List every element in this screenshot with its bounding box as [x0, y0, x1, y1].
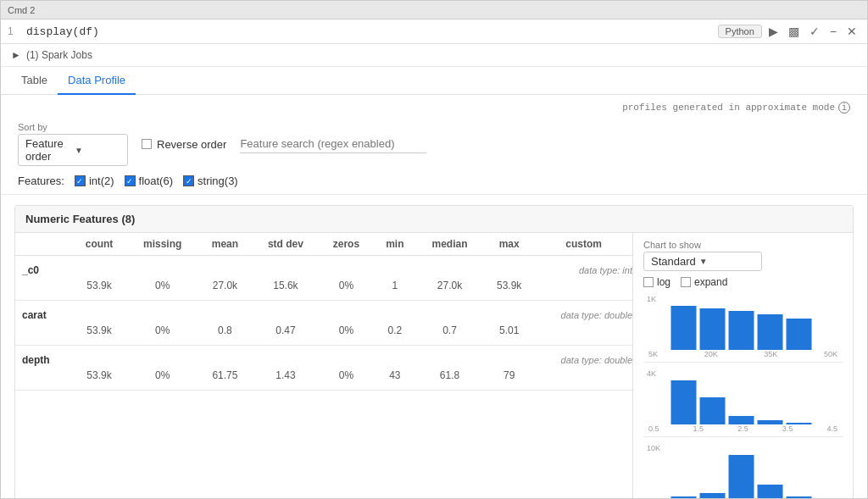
cell-zeros: 0%: [319, 278, 373, 301]
sort-chevron-icon: ▼: [75, 146, 120, 155]
feature-name: carat: [15, 301, 71, 324]
cell-min: 43: [374, 368, 417, 391]
svg-rect-6: [700, 397, 726, 424]
col-mean: mean: [198, 233, 252, 256]
cell-count: 53.9k: [71, 278, 127, 301]
cell-max: 53.9k: [483, 278, 536, 301]
cell-median: 27.0k: [416, 278, 483, 301]
cell-code: display(df): [26, 25, 713, 38]
x-label: 0.5: [648, 424, 659, 433]
spark-jobs-bar: ► (1) Spark Jobs: [1, 44, 867, 67]
svg-rect-14: [787, 496, 812, 499]
log-checkbox[interactable]: log: [643, 276, 670, 288]
cell-missing: 0%: [127, 368, 198, 391]
reverse-order-checkbox[interactable]: Reverse order: [142, 138, 226, 151]
cell-stddev: 1.43: [253, 368, 320, 391]
cell-mean: 0.8: [198, 323, 252, 346]
x-axis-labels: 5K20K35K50K: [647, 350, 839, 358]
chart-icon[interactable]: ▩: [785, 23, 803, 40]
table-row: 53.9k 0% 61.75 1.43 0% 43 61.8 79: [15, 368, 632, 391]
expand-checkbox[interactable]: expand: [681, 276, 727, 288]
svg-rect-1: [700, 308, 726, 350]
profiles-header: profiles generated in approximate mode i: [1, 95, 867, 117]
sort-value: Feature order: [25, 137, 71, 163]
x-label: 5K: [648, 350, 658, 358]
log-label: log: [657, 276, 670, 288]
svg-rect-7: [729, 416, 754, 424]
mini-chart: 4K 0.51.52.53.54.5: [643, 363, 843, 437]
col-max: max: [483, 233, 536, 256]
cell-missing: 0%: [127, 278, 198, 301]
sort-group: Sort by Feature order ▼: [18, 122, 128, 166]
run-button[interactable]: ▶: [765, 23, 782, 40]
feature-search-input[interactable]: [240, 135, 426, 153]
numeric-features-section: Numeric Features (8) count missing mean …: [14, 205, 854, 498]
col-empty: [15, 233, 71, 256]
data-type: data type: double: [535, 346, 632, 369]
section-layout: count missing mean std dev zeros min med…: [15, 233, 853, 498]
cell-median: 0.7: [416, 323, 483, 346]
x-label: 50K: [824, 350, 837, 358]
log-check-box: [643, 277, 654, 287]
cell-count: 53.9k: [71, 323, 127, 346]
col-count: count: [71, 233, 127, 256]
svg-rect-2: [729, 311, 754, 350]
tab-data-profile[interactable]: Data Profile: [58, 67, 136, 95]
cell-toolbar: 1 display(df) Python ▶ ▩ ✓ − ✕: [1, 19, 867, 44]
feature-name: depth: [15, 346, 71, 369]
col-missing: missing: [127, 233, 198, 256]
x-label: 20K: [704, 350, 718, 358]
chart-options: log expand: [643, 276, 843, 288]
feature-name: _c0: [15, 256, 71, 279]
sort-by-label: Sort by: [18, 122, 128, 132]
svg-rect-0: [671, 306, 697, 350]
string-label: string(3): [198, 175, 238, 187]
cell-stddev: 0.47: [253, 323, 320, 346]
chart-type-select[interactable]: Standard ▼: [643, 252, 762, 271]
cell-max: 5.01: [483, 323, 536, 346]
tabs-bar: Table Data Profile: [1, 67, 867, 95]
cell-zeros: 0%: [319, 323, 373, 346]
svg-rect-3: [758, 314, 783, 350]
x-axis-labels: 0.51.52.53.54.5: [647, 424, 839, 433]
svg-rect-5: [671, 380, 697, 424]
int-check-icon: [75, 175, 86, 186]
chart-sidebar: Chart to show Standard ▼ log expand: [632, 233, 853, 498]
main-window: Cmd 2 1 display(df) Python ▶ ▩ ✓ − ✕ ► (…: [0, 0, 868, 499]
feature-float-checkbox[interactable]: float(6): [125, 175, 173, 187]
float-check-icon: [125, 175, 136, 186]
col-zeros: zeros: [319, 233, 373, 256]
svg-rect-12: [729, 455, 754, 499]
bar-chart: [647, 380, 839, 424]
cell-max: 79: [483, 368, 536, 391]
y-axis-label: 1K: [647, 295, 839, 303]
tab-table[interactable]: Table: [11, 67, 58, 95]
chart-to-show-label: Chart to show: [643, 240, 843, 250]
feature-int-checkbox[interactable]: int(2): [75, 175, 114, 187]
sort-select[interactable]: Feature order ▼: [18, 134, 128, 166]
mini-chart: 10K 45556575: [643, 437, 843, 498]
feature-string-checkbox[interactable]: string(3): [183, 175, 238, 187]
table-row: _c0 data type: int: [15, 256, 632, 279]
section-title: Numeric Features (8): [15, 206, 853, 233]
svg-rect-11: [700, 493, 726, 499]
numeric-table: count missing mean std dev zeros min med…: [15, 233, 632, 391]
spark-expand-icon[interactable]: ►: [11, 49, 21, 61]
cell-min: 1: [374, 278, 417, 301]
x-label: 2.5: [737, 424, 748, 433]
table-row: 53.9k 0% 27.0k 15.6k 0% 1 27.0k 53.9k: [15, 278, 632, 301]
info-icon[interactable]: i: [838, 102, 850, 114]
svg-rect-4: [787, 319, 812, 350]
table-row: 53.9k 0% 0.8 0.47 0% 0.2 0.7 5.01: [15, 323, 632, 346]
float-label: float(6): [139, 175, 173, 187]
chart-type-value: Standard: [651, 255, 696, 268]
data-type: data type: double: [535, 301, 632, 324]
col-custom: custom: [535, 233, 632, 256]
controls-row: Sort by Feature order ▼ Reverse order: [1, 117, 867, 171]
close-button[interactable]: ✕: [843, 23, 860, 40]
expand-icon[interactable]: ✓: [806, 23, 823, 40]
cell-stddev: 15.6k: [253, 278, 320, 301]
line-number: 1: [8, 25, 21, 37]
spark-jobs-label[interactable]: (1) Spark Jobs: [26, 49, 92, 61]
minimize-icon[interactable]: −: [826, 23, 840, 40]
